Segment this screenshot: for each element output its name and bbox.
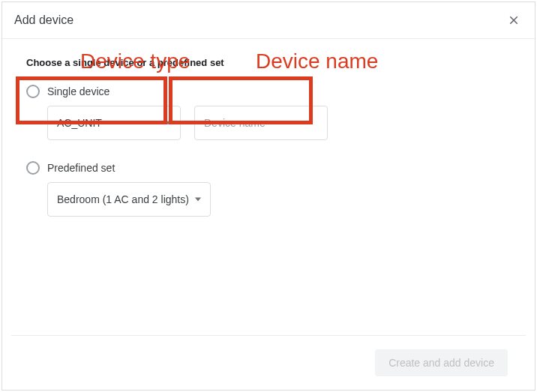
device-type-select[interactable]: AC_UNIT: [47, 106, 181, 140]
device-type-value: AC_UNIT: [57, 117, 102, 129]
option-predefined-set: Predefined set: [26, 161, 511, 175]
single-device-controls: AC_UNIT: [47, 106, 511, 140]
device-name-input[interactable]: [194, 106, 328, 140]
add-device-dialog: Add device Choose a single device or a p…: [2, 1, 536, 391]
dialog-title: Add device: [14, 13, 74, 27]
predefined-controls: Bedroom (1 AC and 2 lights): [47, 182, 511, 217]
option-single-device: Single device: [26, 85, 511, 98]
close-button[interactable]: [505, 11, 523, 29]
close-icon: [507, 13, 520, 27]
option-predefined-label: Predefined set: [47, 162, 115, 174]
dialog-footer: Create and add device: [11, 335, 526, 390]
predefined-set-value: Bedroom (1 AC and 2 lights): [57, 193, 189, 205]
dialog-header: Add device: [2, 2, 535, 39]
section-heading: Choose a single device or a predefined s…: [26, 57, 511, 68]
chevron-down-icon: [165, 121, 171, 125]
radio-single-device[interactable]: [26, 85, 40, 98]
option-single-label: Single device: [47, 85, 110, 97]
create-and-add-device-button[interactable]: Create and add device: [375, 349, 508, 376]
chevron-down-icon: [195, 198, 201, 202]
dialog-body: Choose a single device or a predefined s…: [2, 39, 535, 335]
radio-predefined-set[interactable]: [26, 161, 40, 175]
predefined-set-select[interactable]: Bedroom (1 AC and 2 lights): [47, 182, 211, 217]
